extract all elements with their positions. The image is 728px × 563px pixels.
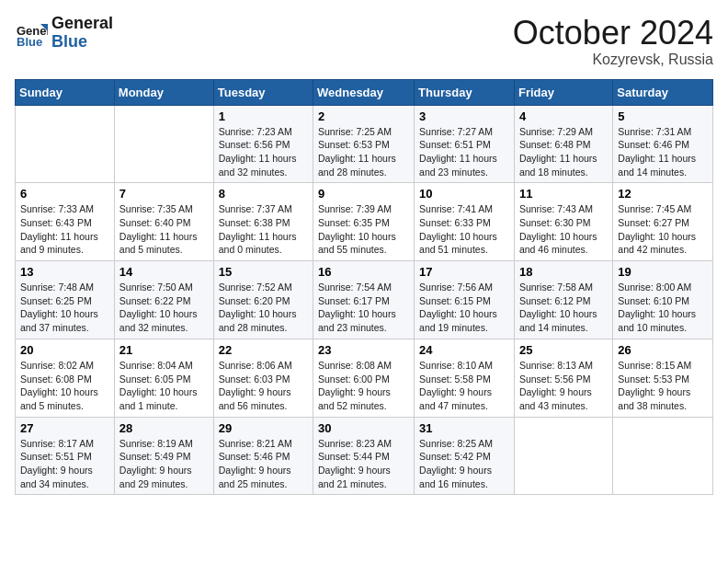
day-number: 12: [618, 187, 708, 201]
logo: General Blue General Blue: [15, 15, 113, 52]
day-cell: 17Sunrise: 7:56 AM Sunset: 6:15 PM Dayli…: [415, 261, 515, 339]
day-cell: 2Sunrise: 7:25 AM Sunset: 6:53 PM Daylig…: [313, 105, 415, 183]
day-number: 10: [419, 187, 509, 201]
day-info: Sunrise: 7:27 AM Sunset: 6:51 PM Dayligh…: [419, 125, 509, 179]
day-info: Sunrise: 7:45 AM Sunset: 6:27 PM Dayligh…: [618, 202, 708, 257]
day-cell: 6Sunrise: 7:33 AM Sunset: 6:43 PM Daylig…: [16, 183, 115, 261]
weekday-header-monday: Monday: [114, 79, 213, 105]
day-number: 5: [618, 109, 708, 123]
day-cell: [16, 105, 115, 183]
day-info: Sunrise: 7:33 AM Sunset: 6:43 PM Dayligh…: [20, 202, 109, 257]
week-row-3: 13Sunrise: 7:48 AM Sunset: 6:25 PM Dayli…: [16, 261, 713, 339]
svg-text:Blue: Blue: [17, 35, 42, 49]
day-number: 15: [219, 265, 308, 279]
day-cell: 4Sunrise: 7:29 AM Sunset: 6:48 PM Daylig…: [514, 105, 612, 183]
day-number: 11: [519, 187, 608, 201]
day-cell: 15Sunrise: 7:52 AM Sunset: 6:20 PM Dayli…: [213, 261, 313, 339]
weekday-header-sunday: Sunday: [16, 79, 115, 105]
day-info: Sunrise: 7:52 AM Sunset: 6:20 PM Dayligh…: [219, 281, 308, 335]
day-number: 3: [419, 109, 509, 123]
day-info: Sunrise: 8:04 AM Sunset: 6:05 PM Dayligh…: [119, 359, 209, 413]
day-cell: 1Sunrise: 7:23 AM Sunset: 6:56 PM Daylig…: [213, 105, 313, 183]
day-cell: 21Sunrise: 8:04 AM Sunset: 6:05 PM Dayli…: [114, 339, 213, 417]
day-info: Sunrise: 7:39 AM Sunset: 6:35 PM Dayligh…: [318, 202, 409, 257]
day-number: 21: [119, 343, 209, 357]
day-number: 29: [219, 421, 308, 435]
day-number: 19: [618, 265, 708, 279]
day-number: 16: [318, 265, 409, 279]
weekday-header-tuesday: Tuesday: [213, 79, 313, 105]
day-info: Sunrise: 8:15 AM Sunset: 5:53 PM Dayligh…: [618, 359, 708, 413]
day-info: Sunrise: 7:48 AM Sunset: 6:25 PM Dayligh…: [20, 281, 109, 335]
day-number: 27: [20, 421, 109, 435]
location: Kozyrevsk, Russia: [513, 52, 713, 68]
day-cell: [514, 417, 612, 495]
week-row-1: 1Sunrise: 7:23 AM Sunset: 6:56 PM Daylig…: [16, 105, 713, 183]
day-number: 8: [219, 187, 308, 201]
day-info: Sunrise: 8:13 AM Sunset: 5:56 PM Dayligh…: [519, 359, 608, 413]
day-info: Sunrise: 8:17 AM Sunset: 5:51 PM Dayligh…: [20, 437, 109, 491]
logo-icon: General Blue: [15, 17, 48, 50]
day-number: 18: [519, 265, 608, 279]
day-number: 31: [419, 421, 509, 435]
day-info: Sunrise: 7:43 AM Sunset: 6:30 PM Dayligh…: [519, 202, 608, 257]
day-cell: 10Sunrise: 7:41 AM Sunset: 6:33 PM Dayli…: [415, 183, 515, 261]
logo-line1: General: [51, 15, 113, 33]
week-row-4: 20Sunrise: 8:02 AM Sunset: 6:08 PM Dayli…: [16, 339, 713, 417]
day-info: Sunrise: 7:25 AM Sunset: 6:53 PM Dayligh…: [318, 125, 409, 179]
day-info: Sunrise: 7:54 AM Sunset: 6:17 PM Dayligh…: [318, 281, 409, 335]
day-cell: 25Sunrise: 8:13 AM Sunset: 5:56 PM Dayli…: [514, 339, 612, 417]
day-cell: 18Sunrise: 7:58 AM Sunset: 6:12 PM Dayli…: [514, 261, 612, 339]
weekday-header-friday: Friday: [514, 79, 612, 105]
month-title: October 2024: [513, 15, 713, 52]
day-cell: 14Sunrise: 7:50 AM Sunset: 6:22 PM Dayli…: [114, 261, 213, 339]
day-cell: 28Sunrise: 8:19 AM Sunset: 5:49 PM Dayli…: [114, 417, 213, 495]
day-number: 30: [318, 421, 409, 435]
day-cell: 5Sunrise: 7:31 AM Sunset: 6:46 PM Daylig…: [613, 105, 713, 183]
day-cell: 24Sunrise: 8:10 AM Sunset: 5:58 PM Dayli…: [415, 339, 515, 417]
day-number: 14: [119, 265, 209, 279]
day-number: 2: [318, 109, 409, 123]
day-number: 23: [318, 343, 409, 357]
weekday-header-saturday: Saturday: [613, 79, 713, 105]
day-cell: 23Sunrise: 8:08 AM Sunset: 6:00 PM Dayli…: [313, 339, 415, 417]
calendar-table: SundayMondayTuesdayWednesdayThursdayFrid…: [15, 79, 713, 496]
day-info: Sunrise: 8:02 AM Sunset: 6:08 PM Dayligh…: [20, 359, 109, 413]
page-header: General Blue General Blue October 2024 K…: [15, 15, 713, 68]
day-cell: 26Sunrise: 8:15 AM Sunset: 5:53 PM Dayli…: [613, 339, 713, 417]
day-cell: 29Sunrise: 8:21 AM Sunset: 5:46 PM Dayli…: [213, 417, 313, 495]
day-number: 26: [618, 343, 708, 357]
day-number: 4: [519, 109, 608, 123]
week-row-5: 27Sunrise: 8:17 AM Sunset: 5:51 PM Dayli…: [16, 417, 713, 495]
day-number: 13: [20, 265, 109, 279]
day-cell: 8Sunrise: 7:37 AM Sunset: 6:38 PM Daylig…: [213, 183, 313, 261]
day-info: Sunrise: 7:56 AM Sunset: 6:15 PM Dayligh…: [419, 281, 509, 335]
day-info: Sunrise: 7:35 AM Sunset: 6:40 PM Dayligh…: [119, 202, 209, 257]
day-info: Sunrise: 8:19 AM Sunset: 5:49 PM Dayligh…: [119, 437, 209, 491]
day-info: Sunrise: 8:06 AM Sunset: 6:03 PM Dayligh…: [219, 359, 308, 413]
day-info: Sunrise: 8:23 AM Sunset: 5:44 PM Dayligh…: [318, 437, 409, 491]
day-cell: 11Sunrise: 7:43 AM Sunset: 6:30 PM Dayli…: [514, 183, 612, 261]
day-info: Sunrise: 7:31 AM Sunset: 6:46 PM Dayligh…: [618, 125, 708, 179]
day-cell: 12Sunrise: 7:45 AM Sunset: 6:27 PM Dayli…: [613, 183, 713, 261]
day-cell: 30Sunrise: 8:23 AM Sunset: 5:44 PM Dayli…: [313, 417, 415, 495]
day-info: Sunrise: 7:37 AM Sunset: 6:38 PM Dayligh…: [219, 202, 308, 257]
day-number: 20: [20, 343, 109, 357]
day-info: Sunrise: 8:00 AM Sunset: 6:10 PM Dayligh…: [618, 281, 708, 335]
day-info: Sunrise: 7:58 AM Sunset: 6:12 PM Dayligh…: [519, 281, 608, 335]
day-cell: 22Sunrise: 8:06 AM Sunset: 6:03 PM Dayli…: [213, 339, 313, 417]
day-number: 6: [20, 187, 109, 201]
day-info: Sunrise: 8:21 AM Sunset: 5:46 PM Dayligh…: [219, 437, 308, 491]
day-info: Sunrise: 8:10 AM Sunset: 5:58 PM Dayligh…: [419, 359, 509, 413]
day-number: 25: [519, 343, 608, 357]
day-info: Sunrise: 7:29 AM Sunset: 6:48 PM Dayligh…: [519, 125, 608, 179]
day-number: 7: [119, 187, 209, 201]
day-cell: 31Sunrise: 8:25 AM Sunset: 5:42 PM Dayli…: [415, 417, 515, 495]
day-number: 1: [219, 109, 308, 123]
day-cell: [114, 105, 213, 183]
day-cell: 20Sunrise: 8:02 AM Sunset: 6:08 PM Dayli…: [16, 339, 115, 417]
day-cell: 7Sunrise: 7:35 AM Sunset: 6:40 PM Daylig…: [114, 183, 213, 261]
day-number: 17: [419, 265, 509, 279]
week-row-2: 6Sunrise: 7:33 AM Sunset: 6:43 PM Daylig…: [16, 183, 713, 261]
day-info: Sunrise: 8:25 AM Sunset: 5:42 PM Dayligh…: [419, 437, 509, 491]
